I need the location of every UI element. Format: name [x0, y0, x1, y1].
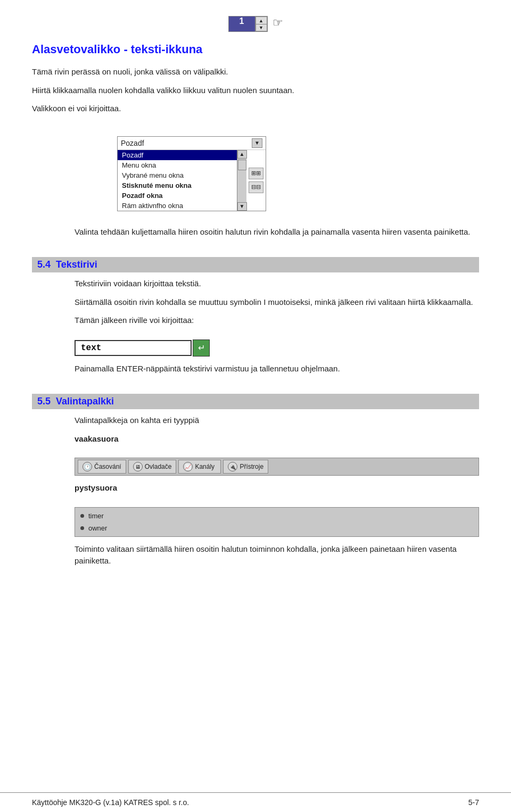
- dropdown-items: Pozadf Menu okna Vybrané menu okna Stisk…: [118, 150, 237, 211]
- dropdown-item-2[interactable]: Vybrané menu okna: [118, 170, 237, 180]
- toolbar-btn-pristroje-label: Přístroje: [240, 463, 263, 470]
- vmenu-bullet-owner: [80, 526, 84, 530]
- toolbar-horizontal: 🕐 Časování 🖥 Ovladače 📈 Kanály 🔌 Přístro…: [75, 458, 479, 476]
- section55-para2: Toiminto valitaan siirtämällä hiiren oso…: [75, 543, 479, 567]
- clock-icon: 🕐: [83, 462, 92, 471]
- vertical-menu-demo: timer owner: [75, 507, 479, 537]
- footer-right: 5-7: [468, 798, 479, 807]
- dropdown-scrollbar[interactable]: ▲ ▼: [237, 150, 246, 211]
- toolbar-btn-ovladace-label: Ovladače: [145, 463, 172, 470]
- intro-para1: Tämä rivin perässä on nuoli, jonka välis…: [32, 66, 479, 78]
- spinner-widget-area: 1 ▲ ▼ ☞: [32, 16, 479, 32]
- toolbar-btn-casovani[interactable]: 🕐 Časování: [78, 460, 126, 474]
- monitor-icon: 🖥: [133, 462, 143, 471]
- section-55-bar: 5.5 Valintapalkki: [32, 394, 479, 409]
- dropdown-item-4[interactable]: Pozadf okna: [118, 190, 237, 201]
- vmenu-bullet-timer: [80, 514, 84, 518]
- page-footer: Käyttöohje MK320-G (v.1a) KATRES spol. s…: [0, 792, 511, 812]
- dropdown-header-label: Pozadf: [121, 139, 144, 147]
- dropdown-mockup: Pozadf ▼ Pozadf Menu okna Vybrané menu o…: [117, 136, 266, 211]
- spinner-input[interactable]: 1: [229, 16, 256, 31]
- dropdown-header-row: Pozadf ▼: [118, 137, 266, 150]
- section54-para1: Tekstiriviin voidaan kirjoittaa tekstiä.: [75, 278, 479, 290]
- intro-para3: Valikkoon ei voi kirjoittaa.: [32, 103, 479, 115]
- dropdown-header-button[interactable]: ▼: [252, 138, 262, 148]
- section54-para4: Painamalla ENTER-näppäintä tekstirivi va…: [75, 363, 479, 375]
- para4: Valinta tehdään kuljettamalla hiiren oso…: [75, 226, 479, 238]
- spinner-arrows: ▲ ▼: [256, 16, 267, 31]
- section55-label-vertical: pystysuora: [75, 482, 479, 494]
- dropdown-side-icons: ⊞⊞ ⊟⊟: [246, 150, 266, 211]
- side-icon-top: ⊞⊞: [249, 168, 263, 179]
- vmenu-item-timer-label: timer: [88, 512, 104, 520]
- section-54-title: Tekstirivi: [56, 259, 97, 270]
- vmenu-item-timer[interactable]: timer: [75, 510, 479, 522]
- spinner-down-button[interactable]: ▼: [256, 24, 267, 31]
- footer-left: Käyttöohje MK320-G (v.1a) KATRES spol. s…: [32, 798, 189, 807]
- spinner-widget[interactable]: 1 ▲ ▼: [228, 16, 268, 32]
- dropdown-item-3[interactable]: Stisknuté menu okna: [118, 180, 237, 190]
- section54-para3: Tämän jälkeen riville voi kirjoittaa:: [75, 314, 479, 327]
- toolbar-btn-kanaly[interactable]: 📈 Kanály: [178, 460, 221, 474]
- section-55-title: Valintapalkki: [56, 396, 114, 407]
- section55-label-horizontal: vaakasuora: [75, 433, 479, 445]
- dropdown-list-area: Pozadf Menu okna Vybrané menu okna Stisk…: [118, 150, 266, 211]
- toolbar-btn-pristroje[interactable]: 🔌 Přístroje: [223, 460, 268, 474]
- dropdown-item-0[interactable]: Pozadf: [118, 150, 237, 160]
- dropdown-item-5[interactable]: Rám aktivnfho okna: [118, 201, 237, 211]
- cursor-hand-icon: ☞: [273, 16, 283, 30]
- scroll-up-button[interactable]: ▲: [237, 150, 247, 159]
- section54-para2: Siirtämällä osoitin rivin kohdalla se mu…: [75, 296, 479, 309]
- main-title: Alasvetovalikko - teksti-ikkuna: [32, 43, 479, 56]
- plug-icon: 🔌: [228, 462, 237, 471]
- section55-para1: Valintapalkkeja on kahta eri tyyppiä: [75, 415, 479, 427]
- section-54-bar: 5.4 Tekstirivi: [32, 257, 479, 272]
- toolbar-btn-ovladace[interactable]: 🖥 Ovladače: [128, 460, 177, 474]
- vmenu-item-owner-label: owner: [88, 524, 107, 532]
- text-input-field[interactable]: text: [75, 340, 192, 356]
- spinner-up-button[interactable]: ▲: [256, 16, 267, 24]
- scroll-down-button[interactable]: ▼: [237, 202, 247, 211]
- section-54-number: 5.4: [37, 259, 51, 270]
- side-icon-bottom: ⊟⊟: [249, 181, 263, 193]
- graph-icon: 📈: [183, 462, 193, 471]
- toolbar-btn-casovani-label: Časování: [94, 463, 121, 470]
- dropdown-item-1[interactable]: Menu okna: [118, 160, 237, 170]
- toolbar-btn-kanaly-label: Kanály: [195, 463, 215, 470]
- vmenu-item-owner[interactable]: owner: [75, 522, 479, 534]
- text-input-demo: text ↵: [75, 339, 479, 357]
- scroll-thumb[interactable]: [238, 160, 246, 170]
- section-55-number: 5.5: [37, 396, 51, 407]
- enter-button[interactable]: ↵: [193, 339, 210, 357]
- intro-para2: Hiirtä klikkaamalla nuolen kohdalla vali…: [32, 85, 479, 97]
